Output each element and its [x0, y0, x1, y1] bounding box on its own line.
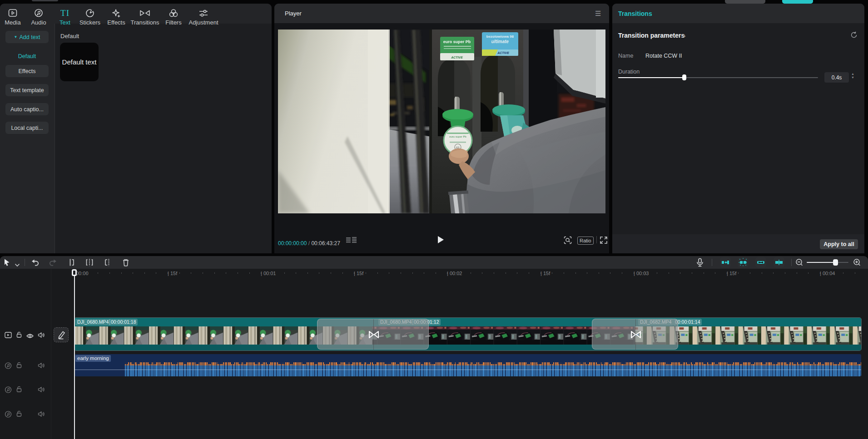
- svg-text:TI: TI: [60, 9, 69, 18]
